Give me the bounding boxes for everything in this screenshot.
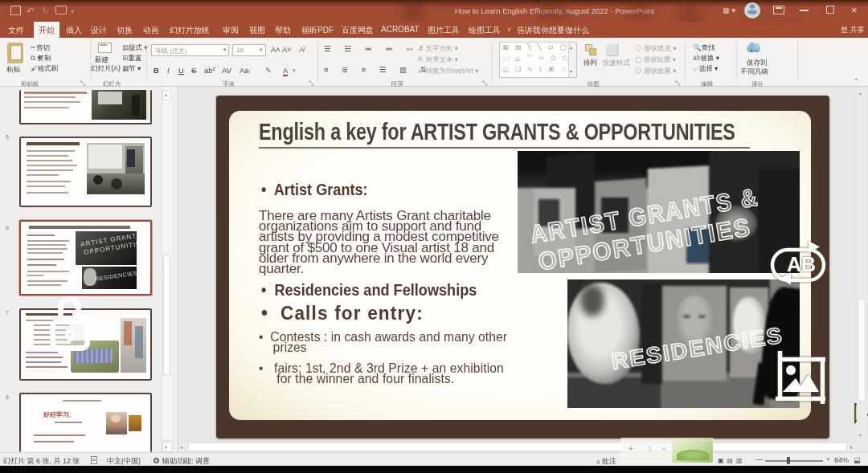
svg-text:AB: AB bbox=[787, 253, 816, 275]
